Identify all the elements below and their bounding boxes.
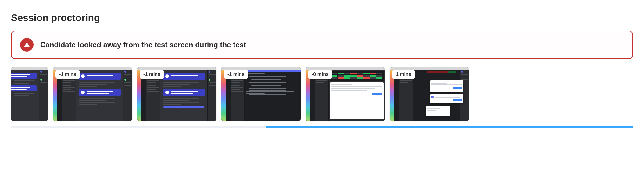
proctoring-thumbnail[interactable]: -1 mins	[53, 67, 132, 121]
section-title: Session proctoring	[11, 12, 633, 23]
thumbnail-time-chip: -1 mins	[224, 70, 248, 79]
thumbnail-time-chip: -1 mins	[55, 70, 80, 79]
thumbnail-time-chip: -1 mins	[140, 70, 164, 79]
alert-triangle-icon	[20, 38, 34, 52]
proctoring-thumbnail[interactable]: -1 mins	[221, 67, 301, 121]
thumbnail-time-chip: 1 mins	[392, 70, 415, 79]
alert-banner: Candidate looked away from the test scre…	[11, 31, 633, 59]
svg-rect-1	[27, 46, 27, 47]
proctoring-thumbnail[interactable]: -1 mins	[137, 67, 216, 121]
alert-message: Candidate looked away from the test scre…	[40, 41, 246, 49]
thumbnail-strip: -1 mins	[11, 67, 633, 121]
timeline-scrubber[interactable]	[11, 126, 633, 128]
timeline-progress	[266, 126, 633, 128]
proctoring-thumbnail[interactable]: -0 mins	[306, 67, 385, 121]
proctoring-thumbnail[interactable]: 1 mins	[390, 67, 469, 121]
thumbnail-time-chip: -0 mins	[308, 70, 332, 79]
svg-rect-0	[27, 44, 27, 45]
proctoring-thumbnail[interactable]	[11, 67, 48, 121]
session-proctoring-section: Session proctoring Candidate looked away…	[0, 0, 644, 131]
